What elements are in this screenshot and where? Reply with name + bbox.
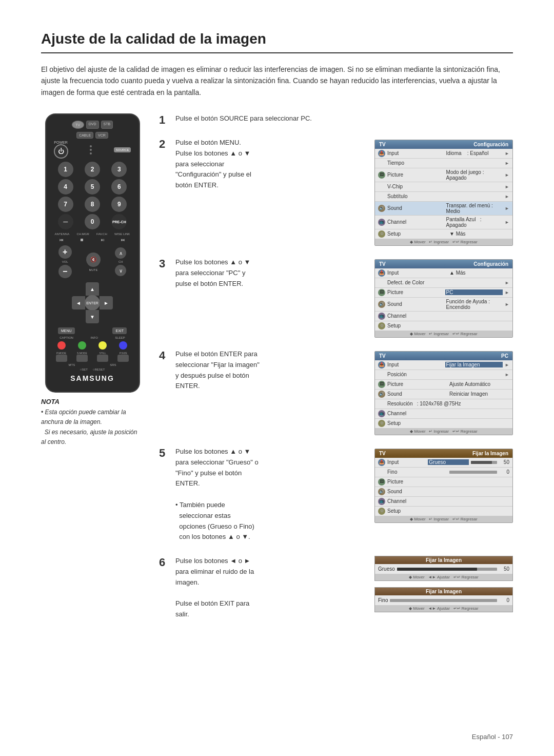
stop-button[interactable]: ⏹ <box>80 238 84 242</box>
green-button[interactable] <box>78 341 86 350</box>
mts-button[interactable]: MTS <box>68 363 75 366</box>
sleep-button[interactable]: SLEEP <box>115 336 125 339</box>
btn-7[interactable]: 7 <box>58 197 73 212</box>
step-2: 2 Pulse el botón MENU. Pulse los botones… <box>159 138 513 246</box>
step-5-text: Pulse los botones ▲ o ▼ para seleccionar… <box>175 447 369 542</box>
btn-9[interactable]: 9 <box>111 197 127 212</box>
step-4-inner: Pulse el botón ENTER para seleccionar "F… <box>175 349 369 394</box>
btn-3[interactable]: 3 <box>111 162 127 177</box>
wiselink-button[interactable]: WISE LINK <box>114 232 130 236</box>
tv2-row-picture: 🖼 Picture PC ► <box>375 288 512 298</box>
step-6-screens: Fijar la Imagen Grueso 50 <box>374 556 513 615</box>
color-buttons <box>51 341 134 350</box>
tv3-ajuste-label: Ajuste Automático <box>449 381 509 387</box>
btn-minus[interactable]: — <box>58 214 73 229</box>
tv3-res-label: Resolución : 1024x768 @75Hz <box>387 401 509 406</box>
red-button[interactable] <box>57 341 66 350</box>
info-button[interactable]: INFO <box>90 336 97 339</box>
ch-up-button[interactable]: ∧ <box>115 247 126 259</box>
tv2-row-input: 📥 Input ▲ Más <box>375 268 512 278</box>
btn-6[interactable]: 6 <box>111 179 127 195</box>
btn-prech[interactable]: PRE-CH <box>111 214 127 229</box>
tv-screen-3-header: TV PC <box>375 352 512 360</box>
caption-button[interactable]: CAPTION <box>60 336 73 339</box>
tv-button[interactable]: TV <box>72 121 84 129</box>
yellow-button[interactable] <box>98 341 107 350</box>
transpar-arrow: ► <box>505 206 509 211</box>
btn-8[interactable]: 8 <box>85 197 100 212</box>
page-footer: Español - 107 <box>472 733 513 741</box>
tv3-row-picture: 🖼 Picture Ajuste Automático <box>375 380 512 390</box>
step-5-with-screen: Pulse los botones ▲ o ▼ para seleccionar… <box>175 447 513 545</box>
still-button[interactable] <box>97 355 108 362</box>
favch-button[interactable]: FAV.CH <box>96 232 107 236</box>
play-button[interactable]: ⏯ <box>101 238 105 242</box>
caption-row: CAPTION INFO SLEEP <box>51 336 134 339</box>
mts-row: MTS SRS <box>51 363 134 366</box>
step-3-text: Pulse los botones ▲ o ▼ para seleccionar… <box>175 257 369 289</box>
nav-enter-button[interactable]: ENTER <box>85 295 100 311</box>
tv-screen-3-footer: ◆ Mover ↵ Ingresar ↵↵ Regresar <box>375 428 512 435</box>
srs-button[interactable]: SRS <box>110 363 116 366</box>
juego-arrow: ► <box>505 172 509 178</box>
grueso-screen-body: Grueso 50 <box>375 564 512 574</box>
tv2-func-label: Función de Ayuda : Encendido <box>446 299 503 310</box>
tv4-channel-label: Channel <box>387 498 509 504</box>
btn-1[interactable]: 1 <box>58 162 73 177</box>
input-label: Input <box>387 150 444 156</box>
menu-button[interactable]: MENU <box>58 327 75 334</box>
stb-button[interactable]: STB <box>101 121 113 129</box>
step-1-number: 1 <box>159 114 169 126</box>
step-5-content: Pulse los botones ▲ o ▼ para seleccionar… <box>175 447 513 545</box>
nav-right-button[interactable]: ► <box>100 296 113 309</box>
chmgr-button[interactable]: CH.MGR <box>77 232 89 236</box>
power-label: POWER <box>54 141 67 144</box>
power-button[interactable]: ⏻ <box>54 144 68 159</box>
nav-down-button[interactable]: ▼ <box>86 310 99 323</box>
page-container: Ajuste de la calidad de la imagen El obj… <box>0 0 554 664</box>
btn-4[interactable]: 4 <box>58 179 73 195</box>
grueso-screen-header: Fijar la Imagen <box>375 556 512 564</box>
tv-screen-3-title: PC <box>501 353 508 359</box>
fino-screen-footer: ◆ Mover ◄► Ajustar ↵↵ Regresar <box>375 605 512 612</box>
btn-2[interactable]: 2 <box>85 162 100 177</box>
ff-button[interactable]: ⏭ <box>121 238 125 242</box>
btn-0[interactable]: 0 <box>85 214 100 229</box>
vol-up-button[interactable]: + <box>58 245 72 259</box>
tv3-input-label: Input <box>387 362 443 367</box>
tv3-setup-label: Setup <box>387 420 509 426</box>
dvd-button[interactable]: DVD <box>86 121 99 129</box>
fino-bar-container: 0 <box>449 469 509 475</box>
source-button[interactable]: SOURCE <box>114 147 131 152</box>
menu-exit-row: MENU EXIT <box>51 327 134 334</box>
channel-icon: 📺 <box>378 219 385 226</box>
btn-5[interactable]: 5 <box>85 179 100 195</box>
cable-button[interactable]: CABLE <box>76 132 93 139</box>
mute-button[interactable]: 🔇 <box>86 253 101 267</box>
remote-top-row: TV DVD STB <box>51 121 134 129</box>
psize-button[interactable] <box>117 355 129 362</box>
tv3-row-resolucion: Resolución : 1024x768 @75Hz <box>375 399 512 409</box>
input-icon: 📥 <box>378 150 385 157</box>
tv3-pos-arrow: ► <box>505 372 509 377</box>
fino-screen-header: Fijar la Imagen <box>375 588 512 595</box>
nav-up-button[interactable]: ▲ <box>86 282 99 296</box>
tv3-channel-icon: 📺 <box>378 410 385 417</box>
exit-button[interactable]: EXIT <box>112 327 127 334</box>
nav-left-button[interactable]: ◄ <box>72 296 85 309</box>
blue-button[interactable] <box>119 341 127 350</box>
tv3-picture-label: Picture <box>387 381 447 387</box>
nota-section: NOTA • Esta opción puede cambiar la anch… <box>41 398 144 447</box>
tv4-row-sound: 🔊 Sound <box>375 487 512 497</box>
tv4-setup-icon: ⚙ <box>378 508 385 515</box>
set-label: ○SET <box>80 368 88 371</box>
ch-down-button[interactable]: ∨ <box>115 265 126 276</box>
smode-button[interactable] <box>76 355 88 362</box>
reset-label: ○RESET <box>93 368 105 371</box>
rew-button[interactable]: ⏮ <box>60 238 64 242</box>
vcr-button[interactable]: VCR <box>95 132 108 139</box>
tv-screen-4: TV Fijar la Imagen 📥 Input Grueso <box>374 449 513 523</box>
pmode-button[interactable] <box>56 355 67 362</box>
vol-down-button[interactable]: − <box>58 265 72 278</box>
tv4-setup-label: Setup <box>387 508 509 514</box>
